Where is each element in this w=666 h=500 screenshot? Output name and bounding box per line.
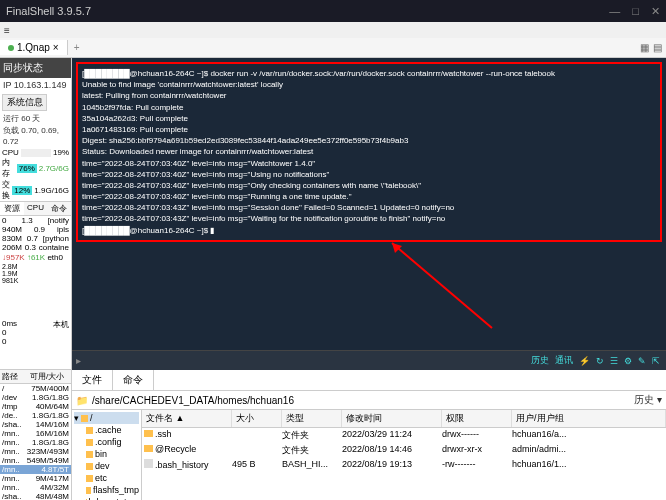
grid-icon[interactable]: ▦: [640, 42, 649, 53]
titlebar: FinalShell 3.9.5.7 — □ ✕: [0, 0, 666, 22]
tab-cpu[interactable]: CPU: [24, 202, 48, 215]
terminal[interactable]: [████████@hchuan16-264C ~]$ docker run -…: [72, 58, 666, 350]
arrow-annotation: [382, 238, 502, 338]
tree-node[interactable]: bin: [74, 448, 139, 460]
tree-node[interactable]: hd_root_tmp: [74, 496, 139, 500]
status-dot-icon: [8, 45, 14, 51]
history-link[interactable]: 历史: [531, 354, 549, 367]
disk-paths: 路径可用/大小 /75M/400M/dev1.8G/1.8G/tmp40M/64…: [0, 369, 71, 500]
disk-row[interactable]: /mn..549M/549M: [0, 456, 71, 465]
bolt-icon[interactable]: ⚡: [579, 356, 590, 366]
col-owner[interactable]: 用户/用户组: [512, 410, 666, 427]
folder-tree: ▾/ .cache .config bin dev etc flashfs_tm…: [72, 410, 142, 500]
cmd-tab[interactable]: 命令: [113, 370, 154, 390]
terminal-line: Unable to find image 'containrrr/watchto…: [82, 79, 656, 90]
terminal-line: time="2022-08-24T07:03:43Z" level=info m…: [82, 202, 656, 213]
disk-row[interactable]: /dev1.8G/1.8G: [0, 393, 71, 402]
refresh-icon[interactable]: ↻: [596, 356, 604, 366]
terminal-highlight: [████████@hchuan16-264C ~]$ docker run -…: [76, 62, 662, 242]
net-stats: ↓957K ↑61K eth0: [0, 252, 71, 263]
tab-add[interactable]: +: [68, 42, 86, 53]
command-input[interactable]: [85, 355, 525, 366]
load-avg: 负载 0.70, 0.69, 0.72: [0, 125, 71, 148]
maximize-btn[interactable]: □: [632, 5, 639, 18]
expand-icon[interactable]: ⇱: [652, 356, 660, 366]
disk-row[interactable]: /de..1.8G/1.8G: [0, 411, 71, 420]
tree-node[interactable]: dev: [74, 460, 139, 472]
proc-row: 206M0.3containe: [0, 243, 71, 252]
col-mtime[interactable]: 修改时间: [342, 410, 442, 427]
tree-node[interactable]: ▾/: [74, 412, 139, 424]
stat-tabs: 资源 CPU 命令: [0, 201, 71, 216]
layout-icon[interactable]: ▤: [653, 42, 662, 53]
history-dropdown[interactable]: 历史 ▾: [634, 393, 662, 407]
disk-row[interactable]: /tmp40M/64M: [0, 402, 71, 411]
terminal-line: time="2022-08-24T07:03:43Z" level=info m…: [82, 213, 656, 224]
disk-row[interactable]: /mn..16M/16M: [0, 429, 71, 438]
disk-row[interactable]: /mn..9M/417M: [0, 474, 71, 483]
file-row[interactable]: @Recycle文件夹2022/08/19 14:46drwxr-xr-xadm…: [142, 443, 666, 458]
disk-row[interactable]: /mn..4.8T/5T: [0, 465, 71, 474]
terminal-line: [████████@hchuan16-264C ~]$ ▮: [82, 225, 656, 236]
terminal-line: 35a104a262d3: Pull complete: [82, 113, 656, 124]
terminal-line: time="2022-08-24T07:03:40Z" level=info m…: [82, 169, 656, 180]
file-tab[interactable]: 文件: [72, 370, 113, 390]
net-chart: [2, 286, 69, 316]
breadcrumb[interactable]: /share/CACHEDEV1_DATA/homes/hchuan16: [92, 395, 634, 406]
sysinfo-btn[interactable]: 系统信息: [2, 94, 47, 111]
tree-node[interactable]: etc: [74, 472, 139, 484]
file-panel: 文件 命令 📁 /share/CACHEDEV1_DATA/homes/hchu…: [72, 370, 666, 500]
disk-row[interactable]: /sha..48M/48M: [0, 492, 71, 500]
disk-row[interactable]: /sha..14M/16M: [0, 420, 71, 429]
tree-node[interactable]: .cache: [74, 424, 139, 436]
tab-qnap[interactable]: 1.Qnap ×: [0, 40, 68, 55]
gear-icon[interactable]: ⚙: [624, 356, 632, 366]
app-title: FinalShell 3.9.5.7: [6, 5, 609, 17]
close-btn[interactable]: ✕: [651, 5, 660, 18]
terminal-line: 1045b2f97fda: Pull complete: [82, 102, 656, 113]
menubar: ≡: [0, 22, 666, 38]
tab-res[interactable]: 资源: [0, 202, 24, 215]
tree-node[interactable]: flashfs_tmp: [74, 484, 139, 496]
uptime: 运行 60 天: [0, 113, 71, 125]
disk-row[interactable]: /mn..323M/493M: [0, 447, 71, 456]
folder-icon[interactable]: 📁: [76, 395, 88, 406]
menu-icon[interactable]: ≡: [4, 25, 10, 36]
sidebar: 同步状态 IP 10.163.1.149 系统信息 运行 60 天 负载 0.7…: [0, 58, 72, 500]
disk-row[interactable]: /mn..1.8G/1.8G: [0, 438, 71, 447]
net-yaxis: 2.8M 1.9M 981K: [0, 263, 71, 284]
terminal-line: Digest: sha256:bbf9794a691b59ed2ed3089fe…: [82, 135, 656, 146]
cpu-meter: CPU 19%: [0, 148, 71, 157]
disk-row[interactable]: /75M/400M: [0, 384, 71, 393]
tab-close-icon[interactable]: ×: [53, 42, 59, 53]
terminal-line: time="2022-08-24T07:03:40Z" level=info m…: [82, 158, 656, 169]
list-icon[interactable]: ☰: [610, 356, 618, 366]
swap-meter: 交换 12% 1.9G/16G: [0, 179, 71, 201]
disk-row[interactable]: /mn..4M/32M: [0, 483, 71, 492]
edit-icon[interactable]: ✎: [638, 356, 646, 366]
terminal-line: latest: Pulling from containrrr/watchtow…: [82, 90, 656, 101]
command-bar: ▸ 历史 通讯 ⚡ ↻ ☰ ⚙ ✎ ⇱: [72, 350, 666, 370]
sync-status: 同步状态: [0, 58, 71, 78]
col-perm[interactable]: 权限: [442, 410, 512, 427]
tab-label: 1.Qnap: [17, 42, 50, 53]
terminal-line: time="2022-08-24T07:03:40Z" level=info m…: [82, 180, 656, 191]
comm-link[interactable]: 通讯: [555, 354, 573, 367]
tab-cmd[interactable]: 命令: [47, 202, 71, 215]
window-controls: — □ ✕: [609, 5, 660, 18]
file-row[interactable]: .ssh文件夹2022/03/29 11:24drwx------hchuan1…: [142, 428, 666, 443]
file-list: 文件名 ▲ 大小 类型 修改时间 权限 用户/用户组 .ssh文件夹2022/0…: [142, 410, 666, 500]
chevron-icon: ▸: [72, 355, 85, 366]
col-size[interactable]: 大小: [232, 410, 282, 427]
col-name[interactable]: 文件名 ▲: [142, 410, 232, 427]
terminal-line: [████████@hchuan16-264C ~]$ docker run -…: [82, 68, 656, 79]
svg-marker-1: [392, 243, 402, 253]
latency-chart: [2, 349, 69, 367]
proc-row: 830M0.7[python: [0, 234, 71, 243]
minimize-btn[interactable]: —: [609, 5, 620, 18]
tree-node[interactable]: .config: [74, 436, 139, 448]
proc-row: 01.3[notify: [0, 216, 71, 225]
session-tabs: 1.Qnap × + ▦ ▤: [0, 38, 666, 58]
file-row[interactable]: .bash_history495 BBASH_HI...2022/08/19 1…: [142, 458, 666, 471]
col-type[interactable]: 类型: [282, 410, 342, 427]
